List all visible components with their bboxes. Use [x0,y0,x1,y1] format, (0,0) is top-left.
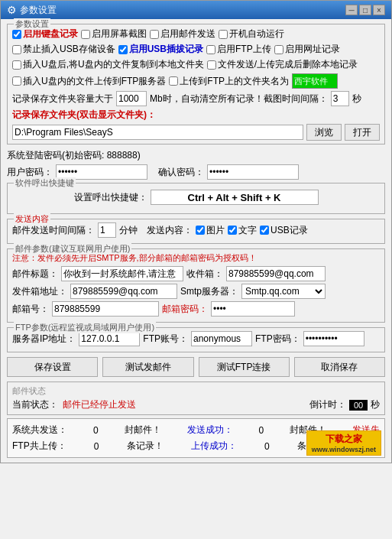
cb-ftp-upload[interactable] [12,76,21,86]
cb-ftp-upload-label[interactable]: 插入U盘内的文件上传到FTP服务器 [12,75,166,88]
size-input[interactable] [116,91,147,106]
ftp-unit: 条记录！ [127,440,164,453]
sender-input[interactable] [70,284,177,299]
params-group-label: 参数设置 [14,18,50,30]
cb-image-label[interactable]: 图片 [196,224,225,237]
cancel-button[interactable]: 取消保存 [294,357,385,377]
cb-usb-log-label[interactable]: 启用USB插拔记录 [118,43,203,56]
upload-success-label: 上传成功： [191,440,237,453]
ftp-account-input[interactable] [191,331,252,346]
success-label: 发送成功： [187,424,233,437]
cb-ftp-text: 启用FTP上传 [217,43,271,56]
shortcut-input[interactable] [151,190,319,205]
size-label: 记录保存文件夹容量大于 [12,93,113,106]
confirm-label: 确认密码： [158,166,204,179]
cb-keyboard[interactable] [12,30,21,39]
cb-copy-usb[interactable] [12,60,21,70]
watermark-line1: 下载之家 [312,433,376,446]
cb-usb-rec[interactable] [260,226,269,235]
ftp-server-label: 服务器IP地址： [12,333,76,346]
sender-label: 发件箱地址： [12,285,67,298]
password-label: 邮箱密码： [162,303,208,316]
folder-row: 浏览 打开 [12,124,380,141]
params-row3: 插入U盘后,将U盘内的文件复制到本地文件夹 文件发送/上传完成后删除本地记录 [12,58,380,71]
open-button[interactable]: 打开 [345,124,380,141]
main-window: ⚙ 参数设置 ─ □ × 参数设置 启用键盘记录 启用屏幕截图 [0,0,392,463]
send-row: 邮件发送时间间隔： 分钟 发送内容： 图片 文字 USB记录 [12,222,380,238]
subject-input[interactable] [61,266,183,281]
cb-image[interactable] [196,226,205,235]
minimize-button[interactable]: ─ [345,5,358,15]
total-send-unit: 封邮件！ [125,424,161,437]
inbox-input[interactable] [226,266,326,281]
test-mail-button[interactable]: 测试发邮件 [102,357,193,377]
send-interval-label: 邮件发送时间间隔： [12,224,95,237]
folder-path-input[interactable] [12,125,303,140]
cb-usb-log[interactable] [118,45,128,54]
cb-text-label[interactable]: 文字 [228,224,257,237]
close-button[interactable]: × [373,5,385,15]
cb-autorun[interactable] [219,30,228,39]
footer-stats: 系统共发送： 0 封邮件！ 发送成功： 0 封邮件！ 发送失 FTP共上传： 0… [7,418,385,458]
status-value: 邮件已经停止发送 [63,398,136,411]
login-row: 系统登陆密码(初始密码: 888888) [7,149,385,162]
cb-copy-usb-label[interactable]: 插入U盘后,将U盘内的文件复制到本地文件夹 [12,58,204,71]
confirm-password-input[interactable] [207,164,299,180]
inbox-label: 收件箱： [186,268,223,281]
cb-delete[interactable] [207,60,216,70]
cb-email-text: 启用邮件发送 [160,28,215,41]
cb-usb-block[interactable] [12,45,21,54]
ftp-label: FTP共上传： [12,440,66,453]
cb-ftp-upload-text: 插入U盘内的文件上传到FTP服务器 [23,75,166,88]
cb-delete-label[interactable]: 文件发送/上传完成后删除本地记录 [207,58,358,71]
mail-sender-row: 发件箱地址： Smtp服务器： Smtp.qq.com [12,284,380,299]
ftp-group: FTP参数(远程监视或局域网用户使用) 服务器IP地址： FTP账号： FTP密… [7,327,385,352]
total-send-value: 0 [93,425,99,436]
cb-screenshot-label[interactable]: 启用屏幕截图 [81,28,147,41]
cb-screenshot[interactable] [81,30,90,39]
browse-button[interactable]: 浏览 [306,124,342,141]
folder-name-input[interactable] [292,73,338,89]
cb-url[interactable] [274,45,283,54]
send-interval-input[interactable] [98,222,116,238]
size-unit: Mb时，自动清空所有记录！截图时间间隔： [150,93,328,106]
cb-ftp[interactable] [206,45,215,54]
mail-group: 邮件参数(建议互联网用户使用) 注意：发件必须先开启SMTP服务,部分邮箱的邮箱… [7,248,385,323]
mail-group-label: 邮件参数(建议互联网用户使用) [14,243,131,255]
ftp-server-input[interactable] [79,331,140,346]
save-button[interactable]: 保存设置 [7,357,98,377]
cb-folder-name-label[interactable]: 上传到FTP上的文件夹名为 [169,75,289,88]
smtp-select[interactable]: Smtp.qq.com [241,284,326,299]
send-interval-unit: 分钟 [119,224,138,237]
send-group: 发送内容 邮件发送时间间隔： 分钟 发送内容： 图片 文字 USB记录 [7,219,385,244]
ftp-password-input[interactable] [303,331,364,346]
mailbox-input[interactable] [52,301,159,317]
test-ftp-button[interactable]: 测试FTP连接 [199,357,290,377]
params-row1: 启用键盘记录 启用屏幕截图 启用邮件发送 开机自动运行 [12,28,380,41]
cb-url-label[interactable]: 启用网址记录 [274,43,340,56]
mail-password-input[interactable] [211,301,295,317]
cb-screenshot-text: 启用屏幕截图 [92,28,147,41]
mailbox-label: 邮箱号： [12,303,49,316]
watermark-line2: www.windowszj.net [312,446,376,453]
mail-status-content: 当前状态： 邮件已经停止发送 倒计时： 00 秒 [12,398,380,411]
params-row2: 禁止插入USB存储设备 启用USB插拔记录 启用FTP上传 启用网址记录 [12,43,380,56]
maximize-button[interactable]: □ [359,5,371,15]
ftp-password-label: FTP密码： [255,333,300,346]
cb-email[interactable] [150,30,159,39]
cb-autorun-label[interactable]: 开机自动运行 [219,28,284,41]
send-group-label: 发送内容 [14,213,50,225]
interval-input[interactable] [331,91,349,106]
cb-folder-name[interactable] [169,76,178,86]
login-label: 系统登陆密码(初始密码: 888888) [7,149,141,162]
title-bar-buttons: ─ □ × [345,5,385,15]
cb-email-label[interactable]: 启用邮件发送 [150,28,215,41]
ftp-group-label: FTP参数(远程监视或局域网用户使用) [14,322,156,333]
mail-status-box: 邮件状态 当前状态： 邮件已经停止发送 倒计时： 00 秒 [7,382,385,415]
cb-usb-block-label[interactable]: 禁止插入USB存储设备 [12,43,115,56]
cb-folder-name-text: 上传到FTP上的文件夹名为 [180,75,289,88]
cb-text[interactable] [228,226,237,235]
cb-ftp-label[interactable]: 启用FTP上传 [206,43,271,56]
cb-usb-rec-label[interactable]: USB记录 [260,224,308,237]
countdown-unit: 秒 [371,398,380,411]
